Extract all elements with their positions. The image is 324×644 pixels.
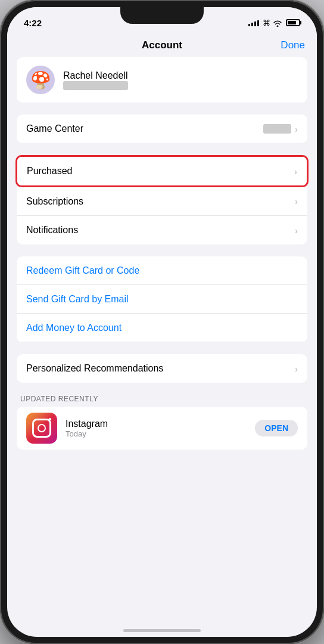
redeem-row[interactable]: Redeem Gift Card or Code (17, 256, 307, 285)
links-card: Redeem Gift Card or Code Send Gift Card … (17, 256, 307, 342)
updated-recently-section: UPDATED RECENTLY Instagram Today (17, 395, 307, 450)
wifi-icon: ⌘ (263, 18, 282, 27)
game-center-label: Game Center (26, 123, 263, 134)
notifications-chevron: › (295, 225, 298, 236)
personalized-label: Personalized Recommendations (26, 363, 295, 374)
links-section: Redeem Gift Card or Code Send Gift Card … (17, 256, 307, 342)
subscriptions-label: Subscriptions (26, 196, 295, 207)
purchased-chevron: › (294, 166, 297, 177)
instagram-icon (26, 413, 57, 444)
send-gift-row[interactable]: Send Gift Card by Email (17, 285, 307, 314)
updated-recently-label: UPDATED RECENTLY (17, 395, 307, 407)
profile-card: 🍄 Rachel Needell (17, 57, 307, 103)
signal-icon (248, 19, 259, 26)
personalized-chevron: › (295, 364, 298, 374)
game-center-row[interactable]: Game Center › (17, 114, 307, 143)
status-icons: ⌘ (248, 18, 300, 27)
subscriptions-notifications-card: Subscriptions › Notifications › (17, 187, 307, 244)
purchased-card: Purchased › (17, 157, 307, 185)
purchased-section: Purchased › (17, 155, 307, 187)
instagram-inner-icon (32, 419, 51, 438)
subscriptions-row[interactable]: Subscriptions › (17, 187, 307, 216)
add-money-label: Add Money to Account (26, 323, 122, 333)
notch (120, 7, 204, 24)
notifications-row[interactable]: Notifications › (17, 216, 307, 244)
instagram-corner-dot (49, 418, 51, 420)
page-title: Account (142, 39, 182, 51)
game-center-section: Game Center › (17, 114, 307, 143)
personalized-row[interactable]: Personalized Recommendations › (17, 354, 307, 383)
instagram-card: Instagram Today OPEN (17, 407, 307, 450)
game-center-card: Game Center › (17, 114, 307, 143)
profile-email (63, 81, 128, 90)
profile-info: Rachel Needell (63, 70, 128, 90)
send-gift-label: Send Gift Card by Email (26, 294, 129, 305)
instagram-info: Instagram Today (66, 419, 255, 438)
phone-frame: 4:22 ⌘ (0, 0, 324, 644)
done-button[interactable]: Done (281, 39, 305, 51)
scroll-content: 🍄 Rachel Needell Game Center (7, 57, 317, 631)
status-time: 4:22 (24, 18, 42, 28)
instagram-row[interactable]: Instagram Today OPEN (17, 407, 307, 450)
avatar: 🍄 (26, 66, 55, 94)
add-money-row[interactable]: Add Money to Account (17, 314, 307, 342)
personalized-section: Personalized Recommendations › (17, 354, 307, 383)
game-center-chevron: › (295, 124, 298, 134)
notifications-label: Notifications (26, 225, 295, 236)
purchased-label: Purchased (27, 166, 294, 177)
instagram-lens-icon (38, 424, 46, 432)
subscriptions-chevron: › (295, 196, 298, 206)
redeem-label: Redeem Gift Card or Code (26, 265, 139, 276)
battery-icon (286, 19, 300, 26)
instagram-date: Today (66, 429, 255, 438)
profile-name: Rachel Needell (63, 70, 128, 81)
purchased-row[interactable]: Purchased › (17, 157, 307, 185)
instagram-name: Instagram (66, 419, 255, 429)
personalized-card: Personalized Recommendations › (17, 354, 307, 383)
home-indicator (123, 629, 201, 632)
profile-section: 🍄 Rachel Needell (17, 57, 307, 103)
purchased-highlight: Purchased › (15, 155, 309, 187)
game-center-value (263, 124, 291, 134)
phone-screen: 4:22 ⌘ (7, 7, 317, 637)
nav-bar: Account Done (7, 33, 317, 57)
open-button[interactable]: OPEN (255, 420, 298, 436)
profile-row[interactable]: 🍄 Rachel Needell (17, 57, 307, 103)
